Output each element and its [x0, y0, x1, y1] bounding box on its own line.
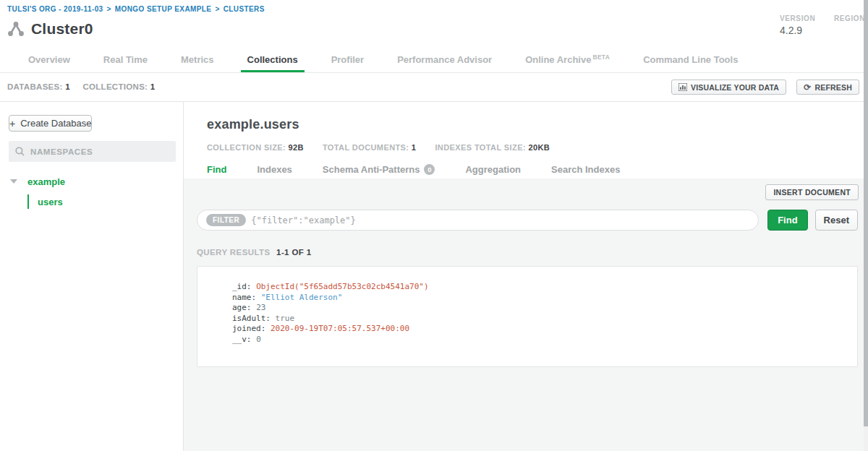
subtab-indexes[interactable]: Indexes [257, 164, 292, 175]
vertical-scrollbar[interactable] [864, 0, 868, 451]
refresh-icon: ⟳ [804, 83, 811, 92]
document-field-name: name: "Elliot Alderson" [232, 293, 857, 304]
page-body: + Create Database example users [0, 102, 868, 451]
query-results-count: 1-1 OF 1 [276, 248, 312, 257]
tab-collections[interactable]: Collections [241, 54, 305, 72]
document-field-isadult: isAdult: true [232, 314, 857, 325]
databases-count: 1 [65, 82, 70, 91]
field-key: isAdult: [232, 314, 271, 323]
field-value: true [276, 314, 295, 323]
search-icon [15, 147, 25, 156]
tab-online-archive-label: Online Archive [525, 54, 591, 65]
subtab-schema-anti-patterns-label: Schema Anti-Patterns [323, 164, 420, 175]
beta-badge: BETA [592, 53, 610, 61]
region-label: REGION [834, 14, 865, 22]
query-results: QUERY RESULTS 1-1 OF 1 [197, 248, 312, 257]
version-value: 4.2.9 [780, 25, 815, 36]
collection-stats: COLLECTION SIZE: 92B TOTAL DOCUMENTS: 1 … [207, 143, 868, 152]
cluster-icon [7, 21, 25, 37]
scrollbar-thumb[interactable] [864, 0, 868, 426]
breadcrumb-org[interactable]: TULSI'S ORG - 2019-11-03 [7, 5, 103, 13]
chevron-down-icon[interactable] [10, 179, 17, 184]
total-documents-label: TOTAL DOCUMENTS: [323, 143, 409, 152]
breadcrumb: TULSI'S ORG - 2019-11-03>MONGO SETUP EXA… [7, 5, 265, 13]
namespaces-search-box[interactable] [9, 141, 176, 162]
subtab-search-indexes[interactable]: Search Indexes [551, 164, 620, 175]
insert-document-button[interactable]: INSERT DOCUMENT [765, 184, 859, 200]
refresh-label: REFRESH [814, 83, 852, 92]
stats-bar-buttons: VISUALIZE YOUR DATA ⟳ REFRESH [661, 80, 859, 95]
field-key: __v: [232, 335, 252, 344]
create-database-button[interactable]: + Create Database [9, 115, 92, 132]
collection-header: example.users COLLECTION SIZE: 92B TOTAL… [184, 102, 868, 179]
query-results-label: QUERY RESULTS [197, 248, 270, 257]
schema-anti-patterns-count-badge: 0 [424, 164, 435, 175]
filter-badge: FILTER [206, 214, 246, 226]
db-collection-counts: DATABASES: 1 COLLECTIONS: 1 [7, 82, 165, 91]
find-button[interactable]: Find [767, 210, 807, 231]
reset-button[interactable]: Reset [815, 210, 858, 231]
total-documents-value: 1 [412, 143, 417, 152]
stats-bar: DATABASES: 1 COLLECTIONS: 1 VISUALIZE YO… [0, 73, 868, 102]
subtab-aggregation[interactable]: Aggregation [465, 164, 521, 175]
collection-size-value: 92B [289, 143, 304, 152]
namespaces-search-input[interactable] [30, 147, 169, 156]
plus-icon: + [9, 118, 15, 129]
databases-label: DATABASES: [7, 82, 63, 91]
document-field-v: __v: 0 [232, 335, 857, 345]
top-header: TULSI'S ORG - 2019-11-03>MONGO SETUP EXA… [0, 0, 868, 52]
indexes-total-size-value: 20KB [528, 143, 550, 152]
visualize-your-data-label: VISUALIZE YOUR DATA [691, 83, 779, 92]
collections-label: COLLECTIONS: [82, 82, 148, 91]
create-database-label: Create Database [20, 118, 91, 129]
namespace-tree: example users [0, 173, 183, 209]
tab-overview[interactable]: Overview [22, 54, 77, 72]
subtab-schema-anti-patterns[interactable]: Schema Anti-Patterns 0 [323, 164, 435, 175]
field-key: name: [232, 293, 256, 302]
breadcrumb-clusters[interactable]: CLUSTERS [224, 5, 265, 13]
filter-input[interactable] [251, 215, 749, 226]
breadcrumb-project[interactable]: MONGO SETUP EXAMPLE [115, 5, 212, 13]
breadcrumb-separator: > [107, 5, 111, 13]
cluster-tabs: Overview Real Time Metrics Collections P… [0, 52, 868, 73]
field-value: 2020-09-19T07:05:57.537+00:00 [271, 324, 409, 333]
version-block: VERSION 4.2.9 [780, 14, 815, 36]
subtab-find[interactable]: Find [207, 164, 226, 175]
document-card[interactable]: _id: ObjectId("5f65add57b53c02cb4541a70"… [197, 266, 858, 367]
collection-size-label: COLLECTION SIZE: [207, 143, 286, 152]
field-value: ObjectId("5f65add57b53c02cb4541a70") [256, 282, 428, 291]
page-title: Cluster0 [31, 20, 93, 38]
region-block: REGION [834, 14, 865, 22]
tab-command-line-tools[interactable]: Command Line Tools [637, 54, 744, 72]
breadcrumb-separator: > [215, 5, 219, 13]
collections-count: 1 [150, 82, 156, 91]
collection-title: example.users [207, 117, 868, 132]
tree-database-example[interactable]: example [0, 173, 183, 189]
tab-performance-advisor[interactable]: Performance Advisor [391, 54, 498, 72]
tree-collection-users[interactable]: users [27, 194, 183, 209]
find-panel: INSERT DOCUMENT FILTER Find Reset QUERY … [184, 179, 868, 451]
tab-real-time[interactable]: Real Time [97, 54, 154, 72]
field-key: joined: [232, 324, 265, 333]
database-name: example [27, 176, 65, 187]
version-label: VERSION [780, 14, 815, 22]
collection-subtabs: Find Indexes Schema Anti-Patterns 0 Aggr… [207, 164, 868, 175]
cluster-title-row: Cluster0 [7, 20, 93, 38]
field-key: age: [232, 303, 252, 312]
document-field-joined: joined: 2020-09-19T07:05:57.537+00:00 [232, 324, 857, 335]
collection-main: example.users COLLECTION SIZE: 92B TOTAL… [184, 102, 868, 451]
tab-online-archive[interactable]: Online ArchiveBETA [519, 53, 616, 72]
document-field-id: _id: ObjectId("5f65add57b53c02cb4541a70"… [232, 282, 857, 293]
field-value: 23 [256, 303, 265, 312]
indexes-total-size-label: INDEXES TOTAL SIZE: [435, 143, 526, 152]
field-value: "Elliot Alderson" [261, 293, 343, 302]
tab-metrics[interactable]: Metrics [174, 54, 221, 72]
tab-profiler[interactable]: Profiler [325, 54, 371, 72]
namespaces-sidebar: + Create Database example users [0, 102, 184, 451]
field-key: _id: [232, 282, 252, 291]
document-field-age: age: 23 [232, 303, 857, 314]
visualize-your-data-button[interactable]: VISUALIZE YOUR DATA [671, 80, 786, 95]
filter-input-container[interactable]: FILTER [197, 210, 759, 231]
atlas-cluster-page: TULSI'S ORG - 2019-11-03>MONGO SETUP EXA… [0, 0, 868, 451]
refresh-button[interactable]: ⟳ REFRESH [796, 80, 859, 95]
